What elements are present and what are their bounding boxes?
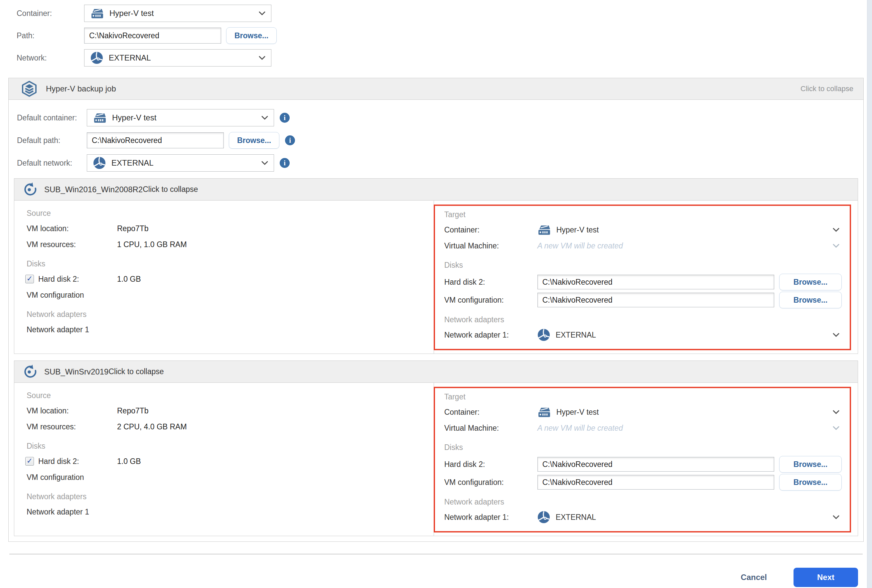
target-vm-config-row: VM configuration: Browse... bbox=[444, 292, 842, 308]
vm-location-value: Repo7Tb bbox=[117, 224, 149, 233]
target-vm-config-input[interactable] bbox=[538, 475, 774, 489]
disks-heading: Disks bbox=[27, 439, 427, 453]
hard-disk-row: Hard disk 2: 1.0 GB bbox=[27, 453, 427, 469]
chevron-down-icon bbox=[832, 228, 840, 232]
default-container-value: Hyper-V test bbox=[112, 113, 156, 122]
target-vm-config-label: VM configuration: bbox=[444, 296, 538, 304]
cancel-button[interactable]: Cancel bbox=[741, 573, 767, 582]
target-container-dropdown[interactable]: Hyper-V test bbox=[538, 406, 842, 418]
job-panel-header[interactable]: Hyper-V backup job Click to collapse bbox=[9, 78, 863, 100]
hyperv-backup-job-panel: Hyper-V backup job Click to collapse Def… bbox=[8, 78, 864, 542]
path-input[interactable] bbox=[84, 28, 221, 44]
container-label: Container: bbox=[16, 9, 84, 18]
target-network-heading: Network adapters bbox=[444, 495, 842, 509]
target-network-adapter-label: Network adapter 1: bbox=[444, 513, 538, 522]
network-label: Network: bbox=[16, 54, 84, 63]
target-vm-placeholder: A new VM will be created bbox=[538, 242, 623, 250]
vertical-scrollbar[interactable] bbox=[867, 0, 872, 588]
source-heading: Source bbox=[27, 388, 427, 403]
vm-resources-label: VM resources: bbox=[27, 240, 117, 249]
sub1-target-section: Target Container: Hyper-V test bbox=[434, 204, 851, 350]
target-hard-disk-input[interactable] bbox=[538, 275, 774, 290]
vm-location-row: VM location: Repo7Tb bbox=[27, 403, 427, 419]
sub2-header[interactable]: SUB_WinSrv2019 Click to collapse bbox=[14, 361, 858, 383]
target-vm-dropdown[interactable]: A new VM will be created bbox=[538, 242, 842, 250]
vm-location-row: VM location: Repo7Tb bbox=[27, 220, 427, 237]
sub1-header[interactable]: SUB_Win2016_Win2008R2 Click to collapse bbox=[14, 178, 858, 201]
hyperv-host-icon bbox=[90, 8, 104, 19]
sub2-collapse-hint: Click to collapse bbox=[108, 367, 163, 376]
sub2-body: Source VM location: Repo7Tb VM resources… bbox=[14, 383, 858, 536]
network-adapters-heading: Network adapters bbox=[27, 489, 427, 504]
chevron-down-icon bbox=[832, 515, 840, 519]
target-vm-row: Virtual Machine: A new VM will be create… bbox=[444, 420, 842, 436]
info-icon[interactable]: i bbox=[280, 113, 290, 123]
network-adapters-heading: Network adapters bbox=[27, 307, 427, 322]
chevron-down-icon bbox=[258, 56, 266, 60]
target-network-heading: Network adapters bbox=[444, 312, 842, 327]
target-hard-disk-row: Hard disk 2: Browse... bbox=[444, 456, 842, 472]
restore-icon bbox=[22, 182, 37, 197]
default-container-label: Default container: bbox=[17, 113, 87, 122]
target-vm-config-browse-button[interactable]: Browse... bbox=[779, 292, 842, 308]
target-hard-disk-row: Hard disk 2: Browse... bbox=[444, 274, 842, 290]
next-button[interactable]: Next bbox=[794, 568, 858, 587]
hard-disk-size: 1.0 GB bbox=[117, 275, 141, 284]
target-hard-disk-input[interactable] bbox=[538, 457, 774, 472]
target-network-adapter-label: Network adapter 1: bbox=[444, 331, 538, 340]
vm-resources-row: VM resources: 2 CPU, 4.0 GB RAM bbox=[27, 419, 427, 435]
default-network-label: Default network: bbox=[17, 159, 87, 168]
default-container-dropdown[interactable]: Hyper-V test bbox=[87, 109, 274, 126]
target-network-adapter-row: Network adapter 1: EXTERNAL bbox=[444, 509, 842, 525]
hyperv-host-icon bbox=[538, 406, 551, 418]
target-vm-config-input[interactable] bbox=[538, 292, 774, 307]
network-adapter-row: Network adapter 1 bbox=[27, 322, 427, 338]
footer-divider bbox=[9, 554, 863, 554]
default-path-input[interactable] bbox=[87, 132, 224, 148]
target-vm-dropdown[interactable]: A new VM will be created bbox=[538, 424, 842, 433]
default-network-row: Default network: EXTERNAL i bbox=[17, 154, 863, 172]
vm-resources-value: 2 CPU, 4.0 GB RAM bbox=[117, 422, 187, 431]
target-disks-heading: Disks bbox=[444, 258, 842, 272]
default-container-row: Default container: Hyper-V test i bbox=[17, 109, 863, 126]
hard-disk-checkbox[interactable] bbox=[25, 275, 34, 284]
default-network-dropdown[interactable]: EXTERNAL bbox=[87, 154, 274, 172]
default-path-browse-button[interactable]: Browse... bbox=[229, 132, 279, 148]
network-dropdown[interactable]: EXTERNAL bbox=[84, 49, 271, 66]
vm-location-label: VM location: bbox=[27, 406, 117, 416]
sub2-title: SUB_WinSrv2019 bbox=[44, 367, 108, 376]
target-network-dropdown[interactable]: EXTERNAL bbox=[538, 511, 842, 524]
footer: Cancel Next bbox=[8, 568, 864, 587]
target-container-row: Container: Hyper-V test bbox=[444, 222, 842, 238]
chevron-down-icon bbox=[832, 333, 840, 337]
sub1-source-section: Source VM location: Repo7Tb VM resources… bbox=[14, 201, 434, 354]
hard-disk-checkbox[interactable] bbox=[25, 457, 34, 466]
chevron-down-icon bbox=[832, 243, 840, 248]
target-vm-config-label: VM configuration: bbox=[444, 478, 538, 487]
sub1-target-column: Target Container: Hyper-V test bbox=[434, 201, 858, 354]
info-icon[interactable]: i bbox=[285, 135, 295, 146]
target-vm-config-browse-button[interactable]: Browse... bbox=[779, 474, 842, 490]
target-vm-config-row: VM configuration: Browse... bbox=[444, 474, 842, 490]
path-browse-button[interactable]: Browse... bbox=[226, 27, 277, 44]
target-hard-disk-browse-button[interactable]: Browse... bbox=[779, 274, 842, 290]
target-container-row: Container: Hyper-V test bbox=[444, 404, 842, 420]
container-value: Hyper-V test bbox=[109, 9, 154, 18]
target-network-value: EXTERNAL bbox=[556, 513, 596, 522]
network-globe-icon bbox=[538, 328, 550, 341]
target-container-value: Hyper-V test bbox=[556, 408, 599, 417]
chevron-down-icon bbox=[261, 116, 268, 120]
target-container-dropdown[interactable]: Hyper-V test bbox=[538, 224, 842, 236]
hyperv-host-icon bbox=[93, 112, 106, 123]
target-container-label: Container: bbox=[444, 408, 538, 417]
target-vm-placeholder: A new VM will be created bbox=[538, 424, 623, 433]
info-icon[interactable]: i bbox=[280, 158, 290, 168]
vm-resources-label: VM resources: bbox=[27, 422, 117, 431]
container-dropdown[interactable]: Hyper-V test bbox=[84, 4, 271, 22]
target-hard-disk-browse-button[interactable]: Browse... bbox=[779, 456, 842, 472]
target-network-dropdown[interactable]: EXTERNAL bbox=[538, 328, 842, 341]
vm-location-label: VM location: bbox=[27, 224, 117, 233]
vm-resources-value: 1 CPU, 1.0 GB RAM bbox=[117, 240, 187, 249]
job-collapse-hint: Click to collapse bbox=[800, 84, 853, 93]
target-vm-label: Virtual Machine: bbox=[444, 242, 538, 250]
